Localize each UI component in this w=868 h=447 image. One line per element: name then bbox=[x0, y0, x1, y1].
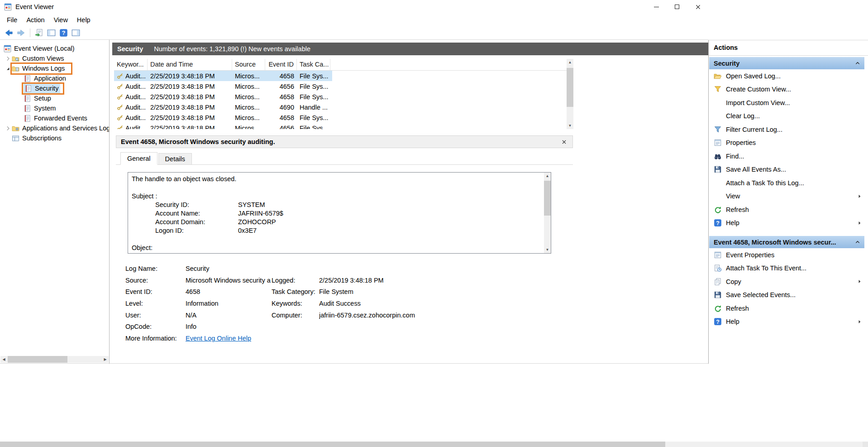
audit-key-icon bbox=[117, 104, 124, 111]
section-header-label: Event 4658, Microsoft Windows secur... bbox=[714, 239, 854, 246]
tree-item-system[interactable]: System bbox=[0, 103, 109, 113]
description-field-value: SYSTEM bbox=[238, 201, 265, 208]
action-import-custom-view[interactable]: Import Custom View... bbox=[709, 96, 864, 110]
event-description-box[interactable]: The handle to an object was closed. Subj… bbox=[128, 172, 551, 254]
action-save-selected-events[interactable]: Save Selected Events... bbox=[709, 288, 864, 302]
actions-section-header-security[interactable]: Security bbox=[709, 57, 864, 69]
scroll-thumb[interactable] bbox=[0, 442, 665, 447]
back-button[interactable] bbox=[3, 27, 15, 38]
tree-horizontal-scrollbar[interactable]: ◀ ▶ bbox=[0, 356, 109, 363]
minimize-button[interactable] bbox=[646, 0, 667, 14]
action-open-saved-log[interactable]: Open Saved Log... bbox=[709, 69, 864, 83]
menu-item-view[interactable]: View bbox=[49, 15, 72, 25]
preview-close-button[interactable] bbox=[560, 138, 568, 146]
description-field-label: Account Name: bbox=[155, 209, 238, 218]
action-filter-current-log[interactable]: Filter Current Log... bbox=[709, 123, 864, 136]
tree-item-setup[interactable]: Setup bbox=[0, 93, 109, 103]
close-button[interactable] bbox=[687, 0, 708, 14]
action-help[interactable]: Help bbox=[709, 216, 864, 230]
field-value: jafriin-6579.csez.zohocorpin.com bbox=[319, 312, 571, 319]
page-horizontal-scrollbar[interactable] bbox=[0, 442, 868, 447]
column-header-source[interactable]: Source bbox=[232, 59, 265, 70]
tab-general[interactable]: General bbox=[120, 152, 157, 165]
forward-button[interactable] bbox=[15, 27, 27, 38]
event-row[interactable]: Audit... 2/25/2019 3:48:18 PM Micros... … bbox=[114, 112, 332, 123]
menu-item-action[interactable]: Action bbox=[22, 15, 49, 25]
description-field-label: Logon ID: bbox=[155, 226, 238, 235]
cell-event-id: 4656 bbox=[265, 83, 297, 90]
event-row[interactable]: Audit... 2/25/2019 3:48:18 PM Micros... … bbox=[114, 71, 332, 81]
scroll-down-button[interactable]: ▼ bbox=[544, 246, 551, 253]
tree-item-subscriptions[interactable]: Subscriptions bbox=[0, 133, 109, 143]
submenu-arrow-icon bbox=[857, 220, 863, 226]
menu-item-file[interactable]: File bbox=[2, 15, 22, 25]
tree-item-applications-services-logs[interactable]: Applications and Services Log bbox=[0, 123, 109, 133]
event-row[interactable]: Audit... 2/25/2019 3:48:18 PM Micros... … bbox=[114, 123, 332, 129]
description-scrollbar[interactable]: ▲ ▼ bbox=[544, 173, 551, 253]
expand-chevron-icon[interactable] bbox=[4, 65, 12, 72]
actions-section-header-event[interactable]: Event 4658, Microsoft Windows secur... bbox=[709, 236, 864, 248]
event-row[interactable]: Audit... 2/25/2019 3:48:18 PM Micros... … bbox=[114, 102, 332, 112]
scroll-right-button[interactable]: ▶ bbox=[102, 356, 109, 363]
action-copy[interactable]: Copy bbox=[709, 275, 864, 288]
titlebar: Event Viewer bbox=[0, 0, 708, 14]
collapse-section-chevron-icon[interactable] bbox=[854, 239, 861, 245]
tree-item-application[interactable]: Application bbox=[0, 73, 109, 83]
collapse-chevron-icon[interactable] bbox=[4, 125, 12, 132]
field-value: Microsoft Windows security a bbox=[186, 277, 272, 284]
action-event-properties[interactable]: Event Properties bbox=[709, 248, 864, 262]
scroll-left-button[interactable]: ◀ bbox=[0, 356, 7, 363]
column-header-date-and-time[interactable]: Date and Time bbox=[148, 59, 232, 70]
scroll-thumb[interactable] bbox=[544, 181, 551, 216]
menu-item-help[interactable]: Help bbox=[72, 15, 95, 25]
event-row[interactable]: Audit... 2/25/2019 3:48:18 PM Micros... … bbox=[114, 91, 332, 102]
action-attach-task-to-log[interactable]: Attach a Task To this Log... bbox=[709, 176, 864, 190]
field-label: Level: bbox=[125, 300, 186, 307]
cell-keywords: Audit... bbox=[125, 72, 146, 80]
export-list-button[interactable] bbox=[33, 27, 45, 38]
help-icon bbox=[714, 317, 722, 326]
action-properties[interactable]: Properties bbox=[709, 136, 864, 150]
description-field-value: 0x3E7 bbox=[238, 227, 257, 234]
cell-source: Micros... bbox=[232, 104, 265, 111]
tree-item-forwarded-events[interactable]: Forwarded Events bbox=[0, 113, 109, 123]
tree-item-windows-logs[interactable]: Windows Logs bbox=[0, 63, 109, 73]
collapse-section-chevron-icon[interactable] bbox=[854, 60, 861, 67]
action-view[interactable]: View bbox=[709, 190, 864, 203]
tree-item-custom-views[interactable]: Custom Views bbox=[0, 53, 109, 63]
toolbar bbox=[0, 26, 708, 40]
tab-details[interactable]: Details bbox=[158, 153, 192, 165]
column-header-task-category[interactable]: Task Ca... bbox=[297, 59, 330, 70]
scroll-up-button[interactable]: ▲ bbox=[544, 173, 551, 179]
cell-event-id: 4658 bbox=[265, 93, 297, 101]
event-log-online-help-link[interactable]: Event Log Online Help bbox=[186, 335, 272, 342]
action-help-event[interactable]: Help bbox=[709, 315, 864, 329]
action-find[interactable]: Find... bbox=[709, 149, 864, 163]
action-pane-toggle-button[interactable] bbox=[70, 27, 82, 38]
column-header-event-id[interactable]: Event ID bbox=[265, 59, 297, 70]
section-header-label: Security bbox=[714, 60, 854, 67]
action-clear-log[interactable]: Clear Log... bbox=[709, 110, 864, 123]
tree-item-event-viewer-local[interactable]: Event Viewer (Local) bbox=[0, 43, 109, 53]
folder-icon bbox=[12, 125, 19, 132]
maximize-button[interactable] bbox=[667, 0, 687, 14]
export-list-icon bbox=[35, 29, 43, 37]
collapse-chevron-icon[interactable] bbox=[4, 55, 12, 62]
scroll-up-button[interactable]: ▲ bbox=[567, 59, 573, 66]
help-button[interactable] bbox=[57, 27, 70, 38]
action-create-custom-view[interactable]: Create Custom View... bbox=[709, 83, 864, 96]
field-value: Info bbox=[186, 323, 272, 330]
tree-item-security[interactable]: Security bbox=[0, 83, 109, 93]
scroll-down-button[interactable]: ▼ bbox=[567, 122, 573, 129]
scroll-thumb[interactable] bbox=[8, 356, 67, 363]
event-row[interactable]: Audit... 2/25/2019 3:48:18 PM Micros... … bbox=[114, 81, 332, 91]
action-attach-task-to-event[interactable]: Attach Task To This Event... bbox=[709, 262, 864, 275]
action-save-all-events-as[interactable]: Save All Events As... bbox=[709, 163, 864, 177]
action-refresh[interactable]: Refresh bbox=[709, 203, 864, 216]
column-header-keywords[interactable]: Keywor... bbox=[114, 59, 148, 70]
event-list-scrollbar[interactable]: ▲ ▼ bbox=[567, 59, 573, 129]
scroll-thumb[interactable] bbox=[567, 68, 573, 107]
console-tree-toggle-button[interactable] bbox=[45, 27, 57, 38]
action-refresh-event[interactable]: Refresh bbox=[709, 302, 864, 315]
cell-source: Micros... bbox=[232, 83, 265, 90]
